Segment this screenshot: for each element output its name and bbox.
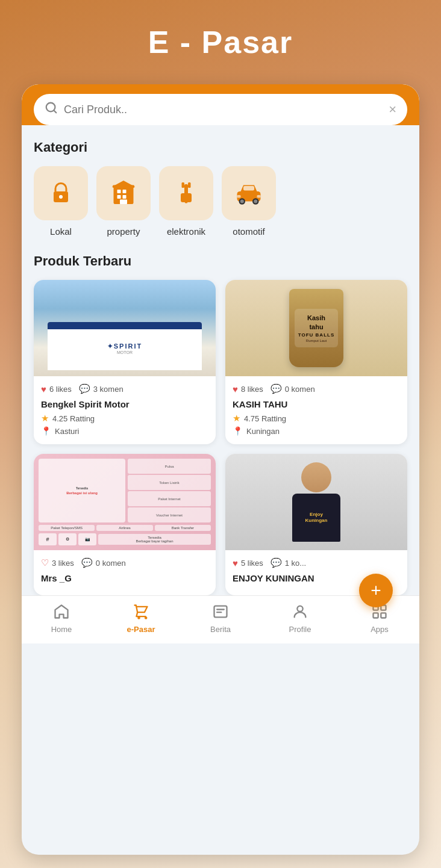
epasar-icon	[133, 603, 149, 622]
kategori-label-property: property	[107, 226, 140, 237]
svg-rect-8	[123, 195, 127, 199]
produk-img-spirit: ✦SPIRIT MOTOR	[34, 280, 216, 376]
search-bar-wrap: ×	[22, 84, 419, 125]
produk-name-mrsg: Mrs _G	[41, 573, 208, 583]
nav-item-epasar[interactable]: e-Pasar	[101, 603, 181, 634]
svg-marker-11	[112, 181, 136, 187]
star-icon: ★	[41, 413, 49, 424]
svg-rect-24	[257, 195, 261, 198]
komen-spirit: 💬 3 komen	[79, 383, 124, 394]
nav-label-epasar: e-Pasar	[127, 625, 155, 634]
car-icon	[234, 179, 263, 208]
svg-line-1	[54, 110, 56, 113]
kategori-item-otomotif[interactable]: otomotif	[222, 166, 276, 237]
app-title: E - Pasar	[148, 24, 293, 60]
search-clear-icon[interactable]: ×	[389, 102, 396, 117]
svg-point-20	[240, 200, 244, 203]
likes-mrsg: ♡ 3 likes	[41, 557, 74, 568]
svg-rect-13	[184, 184, 188, 194]
svg-point-26	[145, 617, 146, 618]
phone-wrapper: E - Pasar × Kategori	[22, 24, 419, 855]
nav-item-berita[interactable]: Berita	[181, 603, 260, 634]
nav-label-home: Home	[51, 625, 72, 634]
kategori-item-elektronik[interactable]: elektronik	[159, 166, 213, 237]
kategori-label-lokal: Lokal	[50, 226, 72, 237]
produk-stats-mrsg: ♡ 3 likes 💬 0 komen	[41, 557, 208, 568]
svg-rect-15	[188, 182, 191, 188]
chat-icon-2: 💬	[271, 383, 282, 394]
svg-point-30	[297, 606, 302, 612]
produk-info-kasih: ♥ 8 likes 💬 0 komen KASIH TAHU ★	[225, 376, 407, 444]
komen-mrsg: 💬 0 komen	[81, 557, 126, 568]
search-bar: ×	[34, 94, 407, 125]
bottom-nav: Home e-Pasar	[22, 595, 419, 643]
fab-button[interactable]: +	[359, 574, 393, 607]
search-icon	[45, 101, 58, 118]
heart-outline-icon: ♡	[41, 557, 49, 568]
produk-rating-kasih: ★ 4.75 Ratting	[233, 413, 400, 424]
kategori-grid: Lokal	[34, 166, 407, 237]
produk-img-kasih: Kasihtahu TOFU BALLS Rumput Laut	[225, 280, 407, 376]
kategori-icon-box-property	[96, 166, 151, 220]
kategori-item-property[interactable]: property	[96, 166, 151, 237]
svg-rect-16	[185, 199, 188, 203]
chat-icon-4: 💬	[271, 557, 282, 568]
home-icon	[53, 603, 70, 622]
nav-item-apps[interactable]: Apps	[340, 603, 419, 634]
kategori-label-otomotif: otomotif	[233, 226, 264, 237]
nav-label-profile: Profile	[289, 625, 311, 634]
svg-rect-18	[243, 186, 254, 191]
app-card: × Kategori Lokal	[22, 84, 419, 855]
kategori-item-lokal[interactable]: Lokal	[34, 166, 88, 237]
location-icon: 📍	[41, 426, 51, 436]
nav-item-profile[interactable]: Profile	[260, 603, 340, 634]
heart-filled-icon: ♥	[41, 384, 46, 394]
likes-spirit: ♥ 6 likes	[41, 384, 72, 394]
produk-img-mrsg: Tersedia Berbagai isi ulang Pulsa Token …	[34, 454, 216, 550]
svg-rect-34	[381, 613, 386, 618]
plug-icon	[172, 179, 201, 208]
kategori-icon-box-lokal	[34, 166, 88, 220]
svg-rect-6	[123, 190, 127, 193]
star-icon-2: ★	[233, 413, 240, 424]
produk-card-mrsg[interactable]: Tersedia Berbagai isi ulang Pulsa Token …	[34, 454, 216, 595]
svg-rect-7	[117, 195, 121, 199]
produk-card-spirit[interactable]: ✦SPIRIT MOTOR ♥ 6 likes	[34, 280, 216, 444]
search-input[interactable]	[64, 104, 383, 116]
building-icon	[109, 179, 138, 208]
svg-point-3	[59, 195, 63, 199]
svg-point-25	[138, 617, 139, 618]
produk-location-kasih: 📍 Kuningan	[233, 426, 400, 436]
produk-stats-spirit: ♥ 6 likes 💬 3 komen	[41, 383, 208, 394]
likes-enjoy: ♥ 5 likes	[233, 558, 263, 568]
produk-name-kasih: KASIH TAHU	[233, 399, 400, 409]
svg-rect-33	[374, 613, 378, 618]
chat-icon: 💬	[79, 383, 90, 394]
produk-stats-kasih: ♥ 8 likes 💬 0 komen	[233, 383, 400, 394]
profile-icon	[292, 603, 308, 622]
svg-rect-23	[237, 195, 241, 198]
produk-stats-enjoy: ♥ 5 likes 💬 1 ko...	[233, 557, 400, 568]
kategori-icon-box-otomotif	[222, 166, 276, 220]
berita-icon	[212, 603, 229, 622]
produk-card-kasih[interactable]: Kasihtahu TOFU BALLS Rumput Laut ♥ 8 l	[225, 280, 407, 444]
heart-filled-icon-2: ♥	[233, 384, 238, 394]
content-area: Kategori Lokal	[22, 125, 419, 656]
nav-item-home[interactable]: Home	[22, 603, 101, 634]
lock-icon	[46, 179, 75, 208]
heart-filled-icon-3: ♥	[233, 558, 238, 568]
produk-info-spirit: ♥ 6 likes 💬 3 komen Bengkel Spirit Motor	[34, 376, 216, 444]
produk-rating-spirit: ★ 4.25 Ratting	[41, 413, 208, 424]
svg-rect-5	[117, 190, 121, 193]
nav-label-apps: Apps	[371, 625, 389, 634]
nav-label-berita: Berita	[210, 625, 231, 634]
produk-info-mrsg: ♡ 3 likes 💬 0 komen Mrs _G	[34, 550, 216, 595]
svg-rect-14	[182, 182, 185, 188]
location-icon-2: 📍	[233, 426, 243, 436]
svg-point-22	[254, 200, 257, 203]
produk-title: Produk Terbaru	[34, 253, 407, 269]
kategori-icon-box-elektronik	[159, 166, 213, 220]
likes-kasih: ♥ 8 likes	[233, 384, 263, 394]
produk-img-enjoy: EnjoyKuningan	[225, 454, 407, 550]
kategori-title: Kategori	[34, 140, 407, 155]
